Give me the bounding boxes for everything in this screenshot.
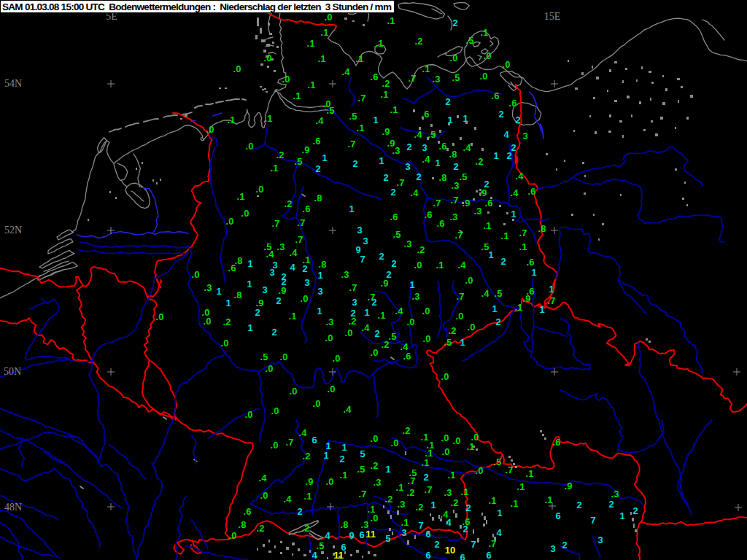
svg-text:52N: 52N [4,225,22,236]
svg-text:.1: .1 [340,470,348,481]
svg-text:.4: .4 [516,171,525,182]
svg-text:.2: .2 [257,523,265,534]
svg-text:1: 1 [511,209,516,219]
svg-text:.7: .7 [451,195,459,206]
svg-text:1: 1 [385,464,390,475]
svg-text:.7: .7 [348,139,356,149]
svg-text:.2: .2 [449,325,457,336]
svg-text:.1: .1 [511,498,519,509]
svg-text:.2: .2 [302,523,310,534]
svg-text:.6: .6 [492,90,500,101]
svg-text:.7: .7 [519,228,527,238]
svg-text:.8: .8 [314,192,322,203]
svg-text:1: 1 [323,450,328,461]
svg-text:.0: .0 [328,384,336,394]
svg-text:.1: .1 [387,15,395,26]
svg-text:.1: .1 [461,486,469,497]
svg-text:3: 3 [363,236,368,246]
svg-text:1: 1 [539,304,544,315]
svg-text:3: 3 [405,161,410,172]
svg-text:.0: .0 [266,363,274,374]
svg-text:2: 2 [608,499,614,510]
svg-text:.6: .6 [425,209,433,220]
svg-text:.9: .9 [302,144,310,155]
svg-text:.7: .7 [506,464,514,475]
svg-text:.3: .3 [450,211,458,222]
svg-text:7: 7 [418,520,423,531]
svg-text:.0: .0 [256,184,264,195]
svg-text:.1: .1 [228,114,236,125]
svg-text:1: 1 [409,279,414,290]
svg-text:4: 4 [503,129,509,140]
svg-text:1: 1 [488,249,493,260]
svg-text:.0: .0 [371,347,379,358]
svg-text:.6: .6 [303,203,311,214]
svg-text:.3: .3 [404,238,412,249]
svg-text:.0: .0 [229,530,237,541]
svg-text:.9: .9 [523,293,531,304]
svg-text:7: 7 [360,254,365,265]
svg-text:4: 4 [311,550,317,560]
svg-text:.3: .3 [412,291,420,302]
svg-text:.2: .2 [349,316,357,327]
svg-text:2: 2 [339,454,344,464]
svg-text:1: 1 [619,510,624,521]
svg-text:.1: .1 [422,63,430,74]
svg-text:2: 2 [276,295,281,306]
svg-text:.1: .1 [271,163,279,174]
svg-text:1: 1 [462,113,468,124]
svg-text:.2: .2 [415,36,423,47]
svg-text:.8: .8 [319,259,327,270]
svg-text:.4: .4 [411,187,419,198]
svg-text:.4: .4 [414,129,423,140]
svg-text:7: 7 [590,515,595,526]
svg-text:2: 2 [302,263,307,274]
svg-text:.1: .1 [401,517,409,528]
svg-text:3: 3 [550,543,555,554]
svg-text:.0: .0 [271,440,279,451]
svg-text:.1: .1 [356,53,364,64]
svg-text:.0: .0 [313,398,321,409]
svg-text:2: 2 [495,316,500,327]
svg-text:.8: .8 [439,172,447,183]
svg-text:.1: .1 [396,482,404,493]
svg-text:2: 2 [498,109,503,120]
svg-text:.1: .1 [376,38,384,49]
svg-text:.6: .6 [509,98,517,109]
svg-text:.5: .5 [452,72,460,83]
svg-text:.2: .2 [416,502,424,513]
svg-text:.4: .4 [422,154,431,165]
svg-text:.2: .2 [403,425,411,436]
svg-text:3: 3 [401,527,406,538]
svg-text:4: 4 [446,517,452,528]
svg-text:.2: .2 [303,451,311,462]
svg-text:.0: .0 [407,316,415,327]
svg-text:1: 1 [317,270,322,281]
svg-text:.8: .8 [538,223,546,234]
svg-text:1: 1 [493,150,498,161]
svg-text:.3: .3 [474,206,482,217]
svg-text:.7: .7 [349,282,357,293]
svg-text:1: 1 [435,158,440,168]
svg-text:.7: .7 [286,437,294,448]
svg-text:2: 2 [255,307,260,318]
svg-text:1: 1 [460,337,465,348]
svg-text:.2: .2 [382,78,390,89]
svg-text:.4: .4 [299,427,308,438]
svg-text:.8: .8 [341,519,349,530]
svg-text:.0: .0 [345,327,353,338]
svg-text:10: 10 [445,545,455,556]
svg-text:.2: .2 [451,497,459,508]
svg-text:.1: .1 [307,38,315,49]
svg-text:.6: .6 [371,71,379,82]
svg-text:.0: .0 [450,52,458,63]
svg-text:.3: .3 [392,145,400,156]
svg-text:.3: .3 [452,180,460,191]
svg-text:54N: 54N [4,78,22,89]
svg-text:50N: 50N [4,366,21,377]
svg-text:.1: .1 [381,89,389,100]
svg-text:.6: .6 [528,186,536,197]
svg-text:.3: .3 [277,241,285,252]
svg-text:1: 1 [492,303,497,314]
svg-text:.6: .6 [439,141,447,152]
